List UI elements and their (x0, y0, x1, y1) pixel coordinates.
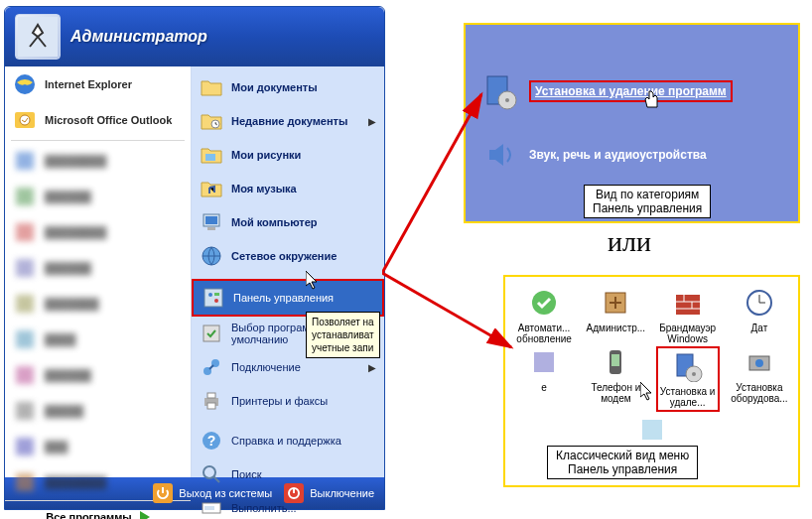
sm-item-search[interactable]: Поиск (192, 457, 384, 491)
svg-rect-36 (204, 506, 214, 510)
run-icon (200, 496, 223, 519)
svg-point-57 (692, 372, 696, 376)
svg-rect-54 (611, 354, 619, 366)
svg-rect-52 (534, 352, 554, 372)
svg-rect-17 (205, 216, 217, 224)
tooltip: Позволяет на устанавливат учетные запи (306, 312, 380, 358)
folder-music-icon (200, 177, 223, 200)
sm-item-network[interactable]: Сетевое окружение (192, 239, 384, 273)
outlook-icon (13, 108, 37, 132)
svg-rect-23 (214, 293, 219, 296)
svg-rect-20 (204, 289, 222, 307)
e-icon (528, 346, 560, 378)
svg-point-59 (755, 359, 763, 367)
classic-caption: Классический вид меню Панель управления (547, 446, 698, 479)
svg-rect-4 (16, 152, 34, 170)
svg-rect-10 (16, 366, 34, 384)
svg-rect-29 (207, 393, 215, 398)
search-icon (200, 462, 223, 486)
start-menu-left-column: Internet Explorer Microsoft Office Outlo… (5, 66, 192, 477)
sm-item-my-music[interactable]: Моя музыка (192, 172, 384, 205)
firewall-icon (672, 287, 704, 319)
svg-rect-15 (205, 154, 215, 161)
sm-item-my-computer[interactable]: Мой компьютер (192, 205, 384, 239)
classic-item-date[interactable]: Дат (728, 287, 791, 344)
svg-line-62 (382, 273, 511, 347)
auto-update-icon (528, 287, 560, 319)
svg-rect-11 (16, 402, 34, 420)
classic-item-admin[interactable]: Администр... (584, 287, 647, 344)
classic-item-hardware[interactable]: Установкаоборудова... (728, 346, 791, 412)
category-caption: Вид по категориям Панель управления (584, 185, 711, 218)
sm-item-printers[interactable]: Принтеры и факсы (192, 384, 384, 418)
sm-item-my-pictures[interactable]: Мои рисунки (192, 138, 384, 172)
or-label: или (608, 226, 651, 258)
sm-item-help[interactable]: ?Справка и поддержка (192, 424, 384, 457)
phone-icon (600, 346, 631, 378)
svg-rect-18 (207, 227, 215, 230)
svg-rect-13 (16, 473, 34, 491)
svg-point-3 (20, 115, 30, 125)
svg-point-22 (214, 299, 218, 303)
help-icon: ? (200, 429, 223, 453)
svg-point-21 (208, 293, 212, 297)
classic-item-auto-update[interactable]: Автомати...обновление (512, 287, 576, 344)
svg-rect-5 (16, 188, 34, 205)
sm-item-my-documents[interactable]: Мои документы (192, 70, 384, 104)
printer-icon (200, 389, 223, 413)
speaker-icon (481, 136, 519, 174)
svg-line-27 (209, 365, 213, 369)
sm-item-control-panel[interactable]: Панель управления (194, 281, 382, 315)
svg-line-34 (213, 476, 219, 482)
start-menu-title: Администратор (70, 28, 207, 46)
chevron-right-icon: ▶ (368, 362, 376, 373)
svg-rect-8 (16, 295, 34, 313)
us-icon (636, 414, 668, 446)
hardware-icon (744, 346, 775, 378)
start-menu: Администратор Internet Explorer Microsof… (4, 6, 385, 510)
outlook-item[interactable]: Microsoft Office Outlook (5, 102, 191, 138)
svg-rect-12 (16, 438, 34, 455)
folder-docs-icon (200, 75, 223, 99)
computer-icon (200, 210, 223, 234)
start-menu-header: Администратор (5, 7, 384, 66)
svg-rect-24 (203, 325, 219, 341)
avatar (15, 14, 61, 60)
ie-icon (13, 72, 37, 96)
svg-text:?: ? (207, 433, 216, 449)
classic-item-phone[interactable]: Телефон имодем (584, 346, 647, 412)
cpanel-icon (202, 286, 225, 310)
svg-point-41 (505, 98, 509, 102)
category-sound[interactable]: Звук, речь и аудиоустройства (466, 128, 798, 182)
folder-pics-icon (200, 143, 223, 167)
svg-rect-30 (207, 403, 215, 409)
category-add-remove[interactable]: Установка и удаление программ (466, 65, 798, 118)
start-menu-right-column: Мои документыНедавние документы▶Мои рису… (192, 66, 384, 477)
svg-rect-6 (16, 223, 34, 241)
admin-icon (600, 287, 631, 319)
network-icon (200, 244, 223, 268)
connection-icon (200, 355, 223, 379)
svg-rect-7 (16, 259, 34, 277)
arrow-right-icon (140, 511, 150, 519)
classic-item-firewall[interactable]: БрандмауэрWindows (656, 287, 720, 344)
svg-rect-44 (676, 295, 700, 315)
date-icon (744, 287, 775, 319)
sm-item-run[interactable]: Выполнить... (192, 491, 384, 519)
svg-rect-60 (642, 420, 662, 440)
classic-item-e[interactable]: е (512, 346, 576, 412)
add-remove2-icon (672, 350, 704, 382)
box-cd-icon (481, 72, 519, 110)
chevron-right-icon: ▶ (368, 116, 376, 127)
folder-recent-icon (200, 109, 223, 133)
default-prog-icon (200, 322, 223, 345)
ie-item[interactable]: Internet Explorer (5, 66, 191, 102)
classic-item-add-remove2[interactable]: Установка иудале... (656, 346, 720, 412)
svg-rect-9 (16, 330, 34, 348)
sm-item-recent-docs[interactable]: Недавние документы▶ (192, 104, 384, 138)
